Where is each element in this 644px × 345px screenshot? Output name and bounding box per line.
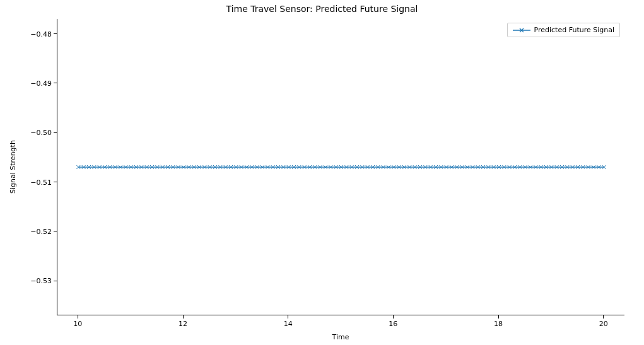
y-tick-mark [54,182,57,182]
x-tick-mark [78,315,78,319]
y-tick-mark [54,33,57,34]
legend: Predicted Future Signal [507,23,620,37]
y-axis-label: Signal Strength [9,19,17,315]
y-tick-label: −0.51 [18,178,52,186]
x-axis-label: Time [57,333,624,341]
y-tick-label: −0.53 [18,277,52,285]
chart-title: Time Travel Sensor: Predicted Future Sig… [0,4,644,14]
x-tick-mark [288,315,288,319]
y-tick-label: −0.50 [18,129,52,137]
y-tick-mark [54,281,57,281]
y-tick-mark [54,83,57,83]
x-tick-mark [498,315,499,319]
y-tick-mark [54,132,57,133]
x-tick-label: 12 [179,320,187,328]
legend-label: Predicted Future Signal [534,26,614,34]
x-tick-label: 18 [494,320,503,328]
y-tick-label: −0.48 [18,30,52,38]
x-tick-mark [603,315,604,319]
x-tick-label: 14 [284,320,293,328]
y-tick-label: −0.52 [18,227,52,235]
data-series-svg [57,19,624,315]
x-tick-mark [183,315,184,319]
x-tick-label: 20 [599,320,608,328]
y-tick-label: −0.49 [18,79,52,87]
x-tick-label: 16 [389,320,397,328]
x-tick-mark [393,315,394,319]
plot-area [57,19,624,315]
y-tick-mark [54,231,57,231]
x-tick-label: 10 [73,320,82,328]
legend-line-sample [513,30,530,31]
